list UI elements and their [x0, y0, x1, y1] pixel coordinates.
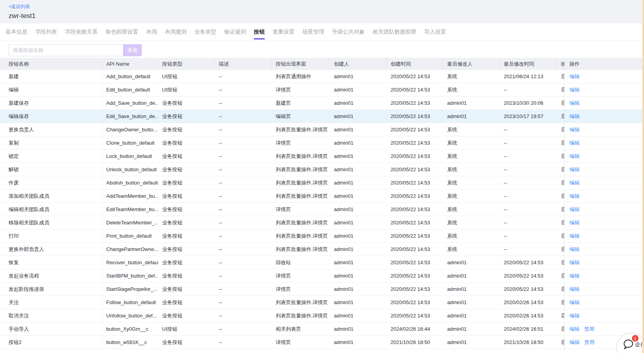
cell-button-type: 业务按钮 [158, 203, 215, 216]
tab-3[interactable]: 角色权限设置 [105, 23, 138, 41]
table-row[interactable]: 移除相关团队成员DeleteTeamMember_...业务按钮--列表页批量操… [0, 216, 644, 229]
cell-modifier: admin01 [443, 296, 500, 309]
search-button[interactable]: 搜索 [123, 44, 142, 56]
cell-created-time: 2020/05/22 14:53 [387, 269, 443, 282]
table-row[interactable]: 复制Clone_button_default业务按钮--详情页admin0120… [0, 136, 644, 150]
edit-link[interactable]: 编辑 [569, 299, 580, 306]
table-row[interactable]: 新建Add_button_defaultUI按钮--列表页通用操作admin01… [0, 70, 644, 83]
table-row[interactable]: 打印Print_button_default业务按钮--列表页批量操作,详情页a… [0, 229, 644, 243]
disable-link[interactable]: 禁用 [584, 339, 594, 346]
edit-link[interactable]: 编辑 [569, 73, 580, 80]
cell-created-time: 2020/05/22 14:53 [387, 97, 443, 109]
actions-cell: 编辑 [564, 136, 644, 149]
edit-link[interactable]: 编辑 [569, 140, 580, 147]
edit-link[interactable]: 编辑 [569, 286, 580, 293]
tab-6[interactable]: 业务类型 [194, 23, 216, 41]
table-row[interactable]: 作废Abolish_button_default业务按钮--列表页批量操作,详情… [0, 176, 644, 190]
column-header-5: 创建人 [330, 58, 387, 70]
cell-api-name: ChangePartnerOwne... [102, 243, 158, 256]
tab-1[interactable]: 字段列表 [35, 23, 57, 41]
disable-link[interactable]: 禁用 [584, 326, 594, 333]
column-header-2: 按钮类型 [158, 58, 215, 70]
cell-api-name: AddTeamMember_bu... [102, 190, 158, 202]
tab-9[interactable]: 查重设置 [273, 23, 294, 41]
edit-link[interactable]: 编辑 [569, 326, 580, 333]
table-row[interactable]: 更换负责人ChangeOwner_butto...业务按钮--列表页批量操作,详… [0, 123, 644, 136]
table-row[interactable]: 编辑相关团队成员EditTeamMember_bu...业务按钮--详情页adm… [0, 203, 644, 216]
cell-description: -- [215, 97, 272, 109]
cell-api-name: Edit_button_default [102, 83, 158, 96]
cell-surface: 列表页批量操作,详情页 [272, 176, 330, 189]
cell-status: 启用 [557, 323, 564, 335]
tab-10[interactable]: 场景管理 [302, 23, 324, 41]
tab-7[interactable]: 验证规则 [224, 23, 246, 41]
cell-status: 启用 [557, 136, 564, 149]
cell-description: -- [215, 123, 272, 136]
table-row[interactable]: 编辑Edit_button_defaultUI按钮--详情页admin01202… [0, 83, 644, 97]
edit-link[interactable]: 编辑 [569, 193, 580, 200]
actions-cell: 编辑 [564, 163, 644, 176]
table-row[interactable]: 发起阶段推进器StartStagePropellor_...业务按钮--详情页a… [0, 283, 644, 296]
edit-link[interactable]: 编辑 [569, 126, 580, 133]
edit-link[interactable]: 编辑 [569, 100, 580, 107]
cell-api-name: ChangeOwner_butto... [102, 123, 158, 136]
cell-button-type: 业务按钮 [158, 256, 215, 269]
cell-button-type: UI按钮 [158, 323, 215, 335]
cell-creator: admin01 [330, 243, 387, 256]
cell-surface: 详情页 [272, 336, 330, 349]
tab-13[interactable]: 导入设置 [424, 23, 446, 41]
cell-creator: admin01 [330, 296, 387, 309]
cell-modifier: 系统 [443, 150, 500, 163]
edit-link[interactable]: 编辑 [569, 259, 580, 266]
edit-link[interactable]: 编辑 [569, 113, 580, 120]
actions-cell: 编辑 [564, 190, 644, 202]
tab-4[interactable]: 布局 [146, 23, 157, 41]
edit-link[interactable]: 编辑 [569, 86, 580, 93]
chat-badge: 1 [632, 335, 639, 342]
tab-0[interactable]: 基本信息 [5, 23, 27, 41]
back-to-list-link[interactable]: <返回列表 [9, 4, 30, 10]
table-row[interactable]: 取消关注Unfollow_button_def...业务按钮--列表页批量操作,… [0, 309, 644, 323]
cell-surface: 列表页批量操作,详情页 [272, 243, 330, 256]
table-row[interactable]: 按钮2button_w581K__c业务按钮--详情页admin012021/1… [0, 336, 644, 349]
edit-link[interactable]: 编辑 [569, 153, 580, 160]
cell-modified-time: 2021/10/26 18:50 [500, 336, 557, 349]
edit-link[interactable]: 编辑 [569, 179, 580, 186]
edit-link[interactable]: 编辑 [569, 272, 580, 280]
edit-link[interactable]: 编辑 [569, 233, 580, 240]
tab-5[interactable]: 布局规则 [165, 23, 187, 41]
cell-modified-time: -- [500, 123, 557, 136]
table-row[interactable]: 手动导入button_Xy0Gm__cUI按钮--相关列表页admin01202… [0, 323, 644, 336]
cell-status: 启用 [557, 163, 564, 176]
cell-creator: admin01 [330, 97, 387, 109]
edit-link[interactable]: 编辑 [569, 246, 580, 253]
tab-12[interactable]: 相关团队数据权限 [373, 23, 416, 41]
table-row[interactable]: 锁定Lock_button_default业务按钮--列表页批量操作,详情页ad… [0, 150, 644, 163]
table-row[interactable]: 新建保存Add_Save_button_de...业务按钮--新建页admin0… [0, 97, 644, 110]
edit-link[interactable]: 编辑 [569, 166, 580, 173]
cell-button-type: 业务按钮 [158, 296, 215, 309]
tab-2[interactable]: 字段依赖关系 [65, 23, 98, 41]
table-row[interactable]: 发起业务流程StartBPM_button_def...业务按钮--详情页adm… [0, 269, 644, 283]
edit-link[interactable]: 编辑 [569, 219, 580, 226]
table-row[interactable]: 关注Follow_button_default业务按钮--列表页批量操作,详情页… [0, 296, 644, 309]
cell-modified-time: -- [500, 203, 557, 216]
cell-creator: admin01 [330, 216, 387, 229]
edit-link[interactable]: 编辑 [569, 312, 580, 319]
table-row[interactable]: 恢复Recover_button_default业务按钮--回收站admin01… [0, 256, 644, 269]
table-row[interactable]: 添加相关团队成员AddTeamMember_bu...业务按钮--列表页批量操作… [0, 190, 644, 203]
cell-description: -- [215, 336, 272, 349]
edit-link[interactable]: 编辑 [569, 339, 580, 346]
edit-link[interactable]: 编辑 [569, 206, 580, 213]
cell-button-type: 业务按钮 [158, 216, 215, 229]
search-input[interactable] [9, 44, 123, 56]
table-row[interactable]: 解锁Unlock_button_default业务按钮--列表页批量操作,详情页… [0, 163, 644, 176]
cell-button-name: 打印 [0, 229, 102, 242]
table-row[interactable]: 更换外部负责人ChangePartnerOwne...业务按钮--列表页批量操作… [0, 243, 644, 256]
actions-cell: 编辑 [564, 110, 644, 123]
table-row[interactable]: 编辑保存Edit_Save_button_de...业务按钮--编辑页admin… [0, 110, 644, 123]
cell-surface: 编辑页 [272, 110, 330, 123]
tab-11[interactable]: 升级公共对象 [332, 23, 365, 41]
tab-8[interactable]: 按钮 [254, 23, 265, 41]
cell-status: 启用 [557, 176, 564, 189]
